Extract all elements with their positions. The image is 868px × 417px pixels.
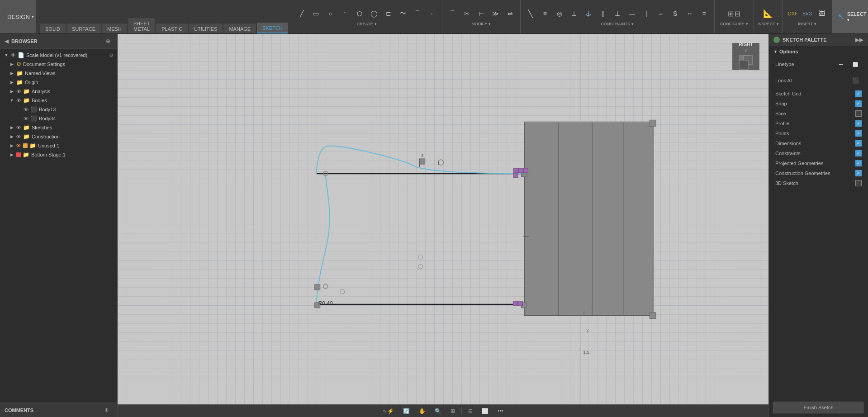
slot-tool-btn[interactable]: ⊏ — [382, 7, 395, 20]
profile-checkbox[interactable] — [855, 120, 862, 127]
snap-checkbox[interactable] — [855, 100, 862, 107]
perp-btn[interactable]: ⊥ — [611, 7, 624, 20]
unused1-eye-icon[interactable]: 👁 — [16, 143, 21, 148]
tab-manage[interactable]: MANAGE — [223, 24, 256, 33]
browser-collapse-btn[interactable]: ◀ — [5, 38, 9, 44]
bodies-eye-icon[interactable]: 👁 — [16, 98, 21, 103]
canvas-area[interactable]: R0.40 5 5 2 1.5 RIGHT Z — [118, 34, 768, 417]
tangent-btn[interactable]: ⌢ — [655, 7, 667, 20]
tab-solid[interactable]: SOLID — [40, 24, 66, 33]
body34-eye-icon[interactable]: 👁 — [24, 116, 28, 121]
tree-item-bodies[interactable]: 👁 📁 Bodies — [0, 96, 117, 105]
grid-view-btn[interactable]: ⊟ — [465, 407, 475, 415]
orbit-btn[interactable]: 🔄 — [400, 407, 413, 415]
tree-item-construction[interactable]: 👁 📁 Construction — [0, 132, 117, 141]
projected-geometries-checkbox[interactable] — [855, 160, 862, 166]
tree-root-item[interactable]: 👁 📄 Scale Model (v1-recovered) ⚙ — [0, 51, 117, 60]
root-settings-icon[interactable]: ⚙ — [109, 52, 114, 58]
coincident-btn[interactable]: ╲ — [524, 7, 537, 20]
arc-tool-btn[interactable]: ◜ — [339, 7, 351, 20]
tab-mesh[interactable]: MESH — [102, 24, 127, 33]
tree-item-document-settings[interactable]: ⚙ Document Settings — [0, 60, 117, 69]
design-button[interactable]: DESIGN ▾ — [0, 0, 36, 33]
browser-settings-btn[interactable]: ⊕ — [104, 37, 113, 46]
tab-utilities[interactable]: UTILITIES — [189, 24, 223, 33]
concentric-btn[interactable]: ◎ — [553, 7, 566, 20]
insert-svg-btn[interactable]: SVG — [801, 7, 814, 20]
slice-checkbox[interactable] — [855, 110, 862, 117]
tree-item-analysis[interactable]: 👁 📁 Analysis — [0, 87, 117, 96]
palette-finish-sketch-btn[interactable]: Finish Sketch — [773, 402, 863, 413]
analysis-eye-icon[interactable]: 👁 — [16, 89, 21, 94]
pan-btn[interactable]: ✋ — [416, 407, 428, 415]
dimensions-checkbox[interactable] — [855, 140, 862, 147]
poly-tool-btn[interactable]: ⬡ — [353, 7, 366, 20]
sketch-canvas[interactable]: R0.40 5 5 2 1.5 — [118, 34, 768, 417]
tree-item-named-views[interactable]: 📁 Named Views — [0, 69, 117, 78]
point-tool-btn[interactable]: · — [426, 7, 438, 20]
fillet-btn[interactable]: ⌒ — [446, 7, 459, 20]
create-label[interactable]: CREATE ▾ — [357, 22, 377, 26]
sketch-3d-checkbox[interactable] — [855, 180, 862, 186]
body13-eye-icon[interactable]: 👁 — [24, 107, 28, 112]
tree-item-body34[interactable]: 👁 ⬛ Body34 — [0, 114, 117, 123]
trim-btn[interactable]: ✂ — [460, 7, 473, 20]
inspect-label[interactable]: INSPECT ▾ — [758, 22, 779, 26]
parallel-btn[interactable]: ∥ — [597, 7, 609, 20]
horizontal-btn[interactable]: — — [626, 7, 638, 20]
eye-icon[interactable]: 👁 — [11, 52, 16, 58]
linetype-hollow-btn[interactable]: ⬜ — [849, 58, 862, 71]
select-button[interactable]: ↖ SELECT ▾ — [832, 0, 868, 33]
configure-label[interactable]: CONFIGURE ▾ — [720, 22, 748, 26]
linetype-solid-btn[interactable]: ━ — [835, 58, 847, 71]
fix-btn[interactable]: ⚓ — [582, 7, 595, 20]
offset-btn[interactable]: ≫ — [489, 7, 502, 20]
mirror-btn[interactable]: ⇌ — [504, 7, 517, 20]
tree-item-origin[interactable]: 📁 Origin — [0, 78, 117, 87]
line-tool-btn[interactable] — [295, 7, 308, 20]
configure-icon-btn[interactable]: ⊞ ⊟ — [728, 7, 740, 20]
midpoint-btn[interactable]: ⊥ — [568, 7, 580, 20]
conic-tool-btn[interactable]: ⌒ — [411, 7, 424, 20]
display-mode-btn[interactable]: ⬜ — [479, 407, 491, 415]
tab-sketch[interactable]: SKETCH — [257, 23, 288, 33]
smooth-btn[interactable]: S — [669, 7, 682, 20]
palette-collapse-btn[interactable]: ▶▶ — [855, 37, 863, 43]
rect-tool-btn[interactable]: ▭ — [310, 7, 323, 20]
ellipse-tool-btn[interactable]: ◯ — [368, 7, 380, 20]
sketches-eye-icon[interactable]: 👁 — [16, 125, 21, 130]
vertical-btn[interactable]: | — [640, 7, 653, 20]
collinear-btn[interactable]: ≡ — [539, 7, 551, 20]
equal-btn[interactable]: = — [698, 7, 711, 20]
construction-geometries-checkbox[interactable] — [855, 170, 862, 176]
tree-item-unused1[interactable]: 👁 📁 Unused:1 — [0, 141, 117, 150]
comments-expand-btn[interactable]: ⊕ — [100, 404, 113, 417]
tree-item-body13[interactable]: 👁 ⬛ Body13 — [0, 105, 117, 114]
extend-btn[interactable]: ⊢ — [475, 7, 488, 20]
circle-tool-btn[interactable]: ○ — [324, 7, 337, 20]
tree-item-bottom-stage1[interactable]: 📁 Bottom Stage:1 — [0, 150, 117, 159]
sketch-grid-checkbox[interactable] — [855, 90, 862, 97]
modify-label[interactable]: MODIFY ▾ — [471, 22, 491, 26]
cursor-mode-btn[interactable]: ↖⚡ — [380, 407, 397, 415]
symmetric-btn[interactable]: ↔ — [683, 7, 696, 20]
fit-all-btn[interactable]: ⊞ — [448, 407, 458, 415]
tab-plastic[interactable]: PLASTIC — [156, 24, 188, 33]
insert-dxf-btn[interactable]: DXF — [787, 7, 799, 20]
construction-eye-icon[interactable]: 👁 — [16, 134, 21, 139]
points-checkbox[interactable] — [855, 130, 862, 137]
configure-section[interactable]: ⊞ ⊟ CONFIGURE ▾ — [715, 0, 754, 33]
snap-label: Snap — [775, 101, 787, 106]
tab-sheet-metal[interactable]: SHEET METAL — [128, 18, 155, 33]
tab-surface[interactable]: SURFACE — [66, 24, 101, 33]
more-options-btn[interactable]: ••• — [495, 407, 506, 415]
inspect-icon-btn[interactable]: 📐 — [762, 7, 774, 20]
constraints-checkbox[interactable] — [855, 150, 862, 156]
tree-item-sketches[interactable]: 👁 📁 Sketches — [0, 123, 117, 132]
insert-image-btn[interactable]: 🖼 — [816, 7, 828, 20]
insert-label[interactable]: INSERT ▾ — [798, 22, 816, 26]
zoom-btn[interactable]: 🔍 — [432, 407, 444, 415]
constraints-label[interactable]: CONSTRAINTS ▾ — [601, 22, 634, 26]
spline-tool-btn[interactable]: 〜 — [397, 7, 409, 20]
look-at-btn[interactable]: ⬛ — [849, 74, 862, 87]
